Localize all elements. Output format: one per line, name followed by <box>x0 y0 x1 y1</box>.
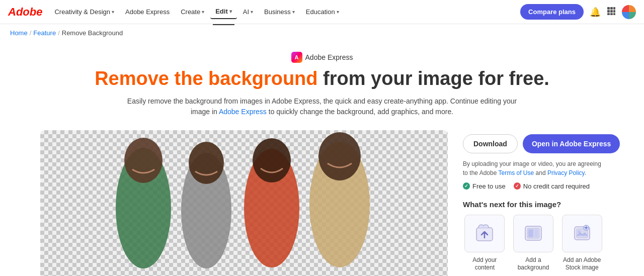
nav-right: Compare plans 🔔 <box>520 4 636 20</box>
ae-badge-name: Adobe Express <box>305 53 353 61</box>
kids-photo <box>40 130 448 276</box>
nav-label-create: Create <box>181 8 200 16</box>
nav-label-express: Adobe Express <box>125 8 170 16</box>
svg-rect-8 <box>613 13 615 15</box>
svg-rect-6 <box>607 13 610 15</box>
breadcrumb-sep1: / <box>30 29 32 37</box>
nav-label-business: Business <box>264 8 291 16</box>
free-badge-icon: ✓ <box>463 182 470 190</box>
svg-rect-21 <box>534 229 538 237</box>
chevron-down-icon: ▾ <box>112 9 114 15</box>
next-card-stock[interactable]: Add an Adobe Stock image <box>560 215 604 272</box>
main-content: Download Open in Adobe Express By upload… <box>20 122 624 276</box>
hero-heading: Remove the background from your image fo… <box>8 68 636 90</box>
right-panel: Download Open in Adobe Express By upload… <box>463 130 604 276</box>
background-card-icon <box>513 215 553 252</box>
action-buttons: Download Open in Adobe Express <box>463 134 604 153</box>
nav-label-edit: Edit <box>215 8 228 15</box>
no-card-badge-label: No credit card required <box>523 182 590 190</box>
svg-point-10 <box>124 138 163 183</box>
open-adobe-express-button[interactable]: Open in Adobe Express <box>523 134 620 153</box>
chevron-down-icon: ▾ <box>337 9 339 15</box>
nav-item-business[interactable]: Business ▾ <box>259 5 300 19</box>
adobe-express-badge: A Adobe Express <box>291 52 353 63</box>
next-card-upload[interactable]: Add your content <box>463 215 507 272</box>
terms-of-use-link[interactable]: Terms of Use <box>499 169 534 176</box>
nav-label-education: Education <box>306 8 335 16</box>
next-card-background[interactable]: Add a background <box>512 215 555 272</box>
breadcrumb-feature[interactable]: Feature <box>33 29 56 37</box>
nav-item-express[interactable]: Adobe Express <box>120 5 175 19</box>
adobe-logo[interactable]: Adobe <box>8 6 42 19</box>
nav-item-create[interactable]: Create ▾ <box>176 5 209 19</box>
whats-next-section: What's next for this image? Add your con… <box>463 200 604 272</box>
ae-logo-icon: A <box>291 52 302 63</box>
chevron-down-icon: ▾ <box>229 9 232 14</box>
breadcrumb: Home / Feature / Remove Background <box>0 24 644 42</box>
privacy-policy-link[interactable]: Privacy Policy <box>547 169 585 176</box>
grid-apps-icon[interactable] <box>607 7 616 17</box>
svg-rect-20 <box>528 229 533 237</box>
svg-point-14 <box>253 138 291 182</box>
breadcrumb-sep2: / <box>58 29 60 37</box>
feature-badges: ✓ Free to use ✓ No credit card required <box>463 182 604 190</box>
nav-item-ai[interactable]: AI ▾ <box>238 5 258 19</box>
chevron-down-icon: ▾ <box>292 9 295 15</box>
upload-card-icon <box>464 215 505 252</box>
stock-card-icon <box>562 215 602 252</box>
svg-rect-5 <box>613 10 615 13</box>
hero-subtext: Easily remove the background from images… <box>121 96 523 117</box>
compare-plans-button[interactable]: Compare plans <box>520 4 584 20</box>
main-nav: Adobe Creativity & Design ▾ Adobe Expres… <box>0 0 644 24</box>
image-container <box>40 130 448 276</box>
free-badge-label: Free to use <box>472 182 506 190</box>
terms-text: By uploading your image or video, you ar… <box>463 159 604 177</box>
image-area <box>40 130 448 276</box>
svg-rect-4 <box>610 10 613 13</box>
chevron-down-icon: ▾ <box>251 9 253 15</box>
avatar[interactable] <box>622 5 636 19</box>
breadcrumb-home[interactable]: Home <box>10 29 28 37</box>
next-cards: Add your content Add a background <box>463 215 604 272</box>
stock-card-label: Add an Adobe Stock image <box>560 256 604 272</box>
chevron-down-icon: ▾ <box>202 9 204 15</box>
svg-rect-3 <box>607 10 610 13</box>
hero-heading-colored: Remove the background <box>95 68 317 89</box>
background-card-label: Add a background <box>512 256 555 272</box>
svg-rect-7 <box>610 13 613 15</box>
svg-rect-1 <box>610 7 613 10</box>
no-card-badge-icon: ✓ <box>514 182 521 190</box>
nav-label-ai: AI <box>243 8 249 16</box>
svg-rect-2 <box>613 7 615 10</box>
upload-card-label: Add your content <box>463 256 507 272</box>
nav-item-creativity[interactable]: Creativity & Design ▾ <box>49 5 119 19</box>
free-to-use-badge: ✓ Free to use <box>463 182 506 190</box>
breadcrumb-current: Remove Background <box>62 29 123 37</box>
nav-item-education[interactable]: Education ▾ <box>301 5 344 19</box>
hero-heading-rest: from your image for free. <box>318 68 549 89</box>
nav-item-edit[interactable]: Edit ▾ <box>210 5 237 19</box>
svg-rect-0 <box>607 7 610 10</box>
download-button[interactable]: Download <box>463 134 518 153</box>
hero-subtext-link[interactable]: Adobe Express <box>219 108 267 116</box>
nav-items: Creativity & Design ▾ Adobe Express Crea… <box>49 5 519 19</box>
no-credit-card-badge: ✓ No credit card required <box>514 182 590 190</box>
nav-label-creativity: Creativity & Design <box>54 8 110 16</box>
svg-point-16 <box>318 132 361 180</box>
hero-section: A Adobe Express Remove the background fr… <box>0 42 644 122</box>
bell-icon[interactable]: 🔔 <box>590 7 601 18</box>
svg-point-12 <box>189 142 224 184</box>
whats-next-title: What's next for this image? <box>463 200 604 209</box>
